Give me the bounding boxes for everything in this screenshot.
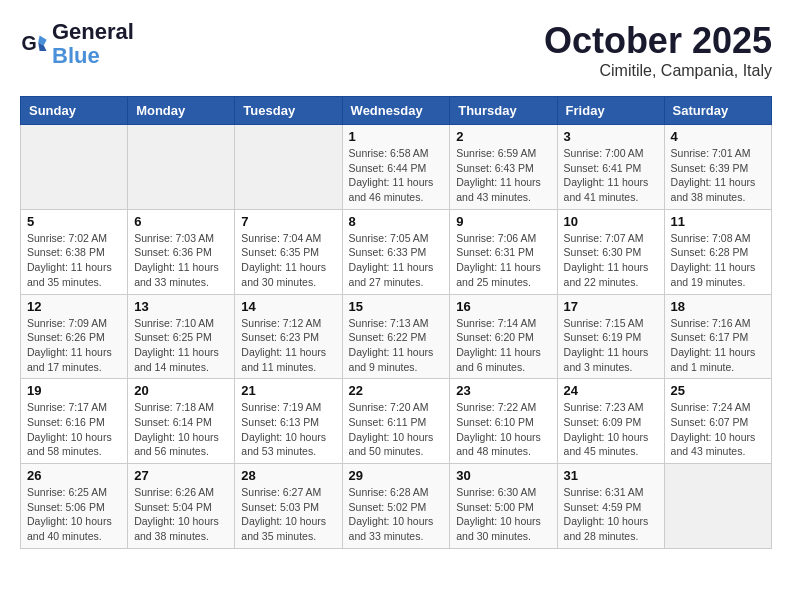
- calendar-cell: 15Sunrise: 7:13 AM Sunset: 6:22 PM Dayli…: [342, 294, 450, 379]
- day-number: 24: [564, 383, 658, 398]
- calendar-cell: 31Sunrise: 6:31 AM Sunset: 4:59 PM Dayli…: [557, 464, 664, 549]
- calendar-cell: 24Sunrise: 7:23 AM Sunset: 6:09 PM Dayli…: [557, 379, 664, 464]
- calendar-header-row: SundayMondayTuesdayWednesdayThursdayFrid…: [21, 97, 772, 125]
- location: Cimitile, Campania, Italy: [544, 62, 772, 80]
- day-number: 18: [671, 299, 765, 314]
- day-detail: Sunrise: 7:18 AM Sunset: 6:14 PM Dayligh…: [134, 400, 228, 459]
- day-detail: Sunrise: 7:05 AM Sunset: 6:33 PM Dayligh…: [349, 231, 444, 290]
- day-detail: Sunrise: 6:27 AM Sunset: 5:03 PM Dayligh…: [241, 485, 335, 544]
- day-number: 28: [241, 468, 335, 483]
- day-detail: Sunrise: 6:26 AM Sunset: 5:04 PM Dayligh…: [134, 485, 228, 544]
- day-detail: Sunrise: 7:06 AM Sunset: 6:31 PM Dayligh…: [456, 231, 550, 290]
- day-number: 23: [456, 383, 550, 398]
- day-number: 20: [134, 383, 228, 398]
- calendar-cell: 3Sunrise: 7:00 AM Sunset: 6:41 PM Daylig…: [557, 125, 664, 210]
- calendar-cell: 8Sunrise: 7:05 AM Sunset: 6:33 PM Daylig…: [342, 209, 450, 294]
- calendar-cell: [128, 125, 235, 210]
- day-number: 31: [564, 468, 658, 483]
- calendar-cell: 17Sunrise: 7:15 AM Sunset: 6:19 PM Dayli…: [557, 294, 664, 379]
- logo-icon: G: [20, 30, 48, 58]
- calendar-cell: 11Sunrise: 7:08 AM Sunset: 6:28 PM Dayli…: [664, 209, 771, 294]
- day-detail: Sunrise: 7:01 AM Sunset: 6:39 PM Dayligh…: [671, 146, 765, 205]
- weekday-header: Wednesday: [342, 97, 450, 125]
- weekday-header: Saturday: [664, 97, 771, 125]
- calendar-week-row: 26Sunrise: 6:25 AM Sunset: 5:06 PM Dayli…: [21, 464, 772, 549]
- day-number: 14: [241, 299, 335, 314]
- calendar-week-row: 12Sunrise: 7:09 AM Sunset: 6:26 PM Dayli…: [21, 294, 772, 379]
- day-number: 8: [349, 214, 444, 229]
- day-number: 13: [134, 299, 228, 314]
- calendar-cell: 20Sunrise: 7:18 AM Sunset: 6:14 PM Dayli…: [128, 379, 235, 464]
- weekday-header: Thursday: [450, 97, 557, 125]
- svg-text:G: G: [21, 32, 36, 54]
- day-number: 7: [241, 214, 335, 229]
- day-detail: Sunrise: 7:17 AM Sunset: 6:16 PM Dayligh…: [27, 400, 121, 459]
- calendar-cell: 16Sunrise: 7:14 AM Sunset: 6:20 PM Dayli…: [450, 294, 557, 379]
- day-detail: Sunrise: 7:10 AM Sunset: 6:25 PM Dayligh…: [134, 316, 228, 375]
- day-detail: Sunrise: 7:16 AM Sunset: 6:17 PM Dayligh…: [671, 316, 765, 375]
- calendar-cell: [235, 125, 342, 210]
- day-detail: Sunrise: 6:31 AM Sunset: 4:59 PM Dayligh…: [564, 485, 658, 544]
- day-detail: Sunrise: 6:58 AM Sunset: 6:44 PM Dayligh…: [349, 146, 444, 205]
- day-detail: Sunrise: 7:23 AM Sunset: 6:09 PM Dayligh…: [564, 400, 658, 459]
- day-number: 25: [671, 383, 765, 398]
- day-detail: Sunrise: 7:02 AM Sunset: 6:38 PM Dayligh…: [27, 231, 121, 290]
- calendar-table: SundayMondayTuesdayWednesdayThursdayFrid…: [20, 96, 772, 549]
- day-detail: Sunrise: 7:19 AM Sunset: 6:13 PM Dayligh…: [241, 400, 335, 459]
- calendar-cell: 10Sunrise: 7:07 AM Sunset: 6:30 PM Dayli…: [557, 209, 664, 294]
- calendar-cell: 26Sunrise: 6:25 AM Sunset: 5:06 PM Dayli…: [21, 464, 128, 549]
- day-detail: Sunrise: 6:25 AM Sunset: 5:06 PM Dayligh…: [27, 485, 121, 544]
- logo: G GeneralBlue: [20, 20, 134, 68]
- calendar-week-row: 5Sunrise: 7:02 AM Sunset: 6:38 PM Daylig…: [21, 209, 772, 294]
- weekday-header: Friday: [557, 97, 664, 125]
- month-title: October 2025: [544, 20, 772, 62]
- day-number: 16: [456, 299, 550, 314]
- calendar-cell: 4Sunrise: 7:01 AM Sunset: 6:39 PM Daylig…: [664, 125, 771, 210]
- calendar-cell: 29Sunrise: 6:28 AM Sunset: 5:02 PM Dayli…: [342, 464, 450, 549]
- day-number: 5: [27, 214, 121, 229]
- day-detail: Sunrise: 7:14 AM Sunset: 6:20 PM Dayligh…: [456, 316, 550, 375]
- calendar-cell: 23Sunrise: 7:22 AM Sunset: 6:10 PM Dayli…: [450, 379, 557, 464]
- calendar-cell: [664, 464, 771, 549]
- calendar-cell: 22Sunrise: 7:20 AM Sunset: 6:11 PM Dayli…: [342, 379, 450, 464]
- day-number: 12: [27, 299, 121, 314]
- calendar-cell: [21, 125, 128, 210]
- day-detail: Sunrise: 7:00 AM Sunset: 6:41 PM Dayligh…: [564, 146, 658, 205]
- calendar-cell: 7Sunrise: 7:04 AM Sunset: 6:35 PM Daylig…: [235, 209, 342, 294]
- day-number: 27: [134, 468, 228, 483]
- day-number: 4: [671, 129, 765, 144]
- title-block: October 2025 Cimitile, Campania, Italy: [544, 20, 772, 80]
- day-number: 2: [456, 129, 550, 144]
- weekday-header: Monday: [128, 97, 235, 125]
- day-detail: Sunrise: 7:04 AM Sunset: 6:35 PM Dayligh…: [241, 231, 335, 290]
- calendar-cell: 30Sunrise: 6:30 AM Sunset: 5:00 PM Dayli…: [450, 464, 557, 549]
- day-number: 30: [456, 468, 550, 483]
- day-number: 19: [27, 383, 121, 398]
- day-detail: Sunrise: 7:07 AM Sunset: 6:30 PM Dayligh…: [564, 231, 658, 290]
- calendar-cell: 14Sunrise: 7:12 AM Sunset: 6:23 PM Dayli…: [235, 294, 342, 379]
- day-detail: Sunrise: 7:09 AM Sunset: 6:26 PM Dayligh…: [27, 316, 121, 375]
- calendar-cell: 28Sunrise: 6:27 AM Sunset: 5:03 PM Dayli…: [235, 464, 342, 549]
- calendar-cell: 25Sunrise: 7:24 AM Sunset: 6:07 PM Dayli…: [664, 379, 771, 464]
- calendar-cell: 21Sunrise: 7:19 AM Sunset: 6:13 PM Dayli…: [235, 379, 342, 464]
- day-detail: Sunrise: 6:30 AM Sunset: 5:00 PM Dayligh…: [456, 485, 550, 544]
- day-number: 15: [349, 299, 444, 314]
- calendar-cell: 1Sunrise: 6:58 AM Sunset: 6:44 PM Daylig…: [342, 125, 450, 210]
- calendar-cell: 19Sunrise: 7:17 AM Sunset: 6:16 PM Dayli…: [21, 379, 128, 464]
- calendar-cell: 2Sunrise: 6:59 AM Sunset: 6:43 PM Daylig…: [450, 125, 557, 210]
- calendar-week-row: 1Sunrise: 6:58 AM Sunset: 6:44 PM Daylig…: [21, 125, 772, 210]
- day-detail: Sunrise: 7:03 AM Sunset: 6:36 PM Dayligh…: [134, 231, 228, 290]
- day-detail: Sunrise: 7:15 AM Sunset: 6:19 PM Dayligh…: [564, 316, 658, 375]
- calendar-cell: 12Sunrise: 7:09 AM Sunset: 6:26 PM Dayli…: [21, 294, 128, 379]
- day-detail: Sunrise: 7:24 AM Sunset: 6:07 PM Dayligh…: [671, 400, 765, 459]
- day-detail: Sunrise: 7:22 AM Sunset: 6:10 PM Dayligh…: [456, 400, 550, 459]
- day-number: 9: [456, 214, 550, 229]
- logo-text: GeneralBlue: [52, 20, 134, 68]
- day-detail: Sunrise: 6:59 AM Sunset: 6:43 PM Dayligh…: [456, 146, 550, 205]
- calendar-cell: 9Sunrise: 7:06 AM Sunset: 6:31 PM Daylig…: [450, 209, 557, 294]
- day-number: 21: [241, 383, 335, 398]
- day-detail: Sunrise: 7:12 AM Sunset: 6:23 PM Dayligh…: [241, 316, 335, 375]
- day-number: 22: [349, 383, 444, 398]
- page-header: G GeneralBlue October 2025 Cimitile, Cam…: [20, 20, 772, 80]
- day-number: 11: [671, 214, 765, 229]
